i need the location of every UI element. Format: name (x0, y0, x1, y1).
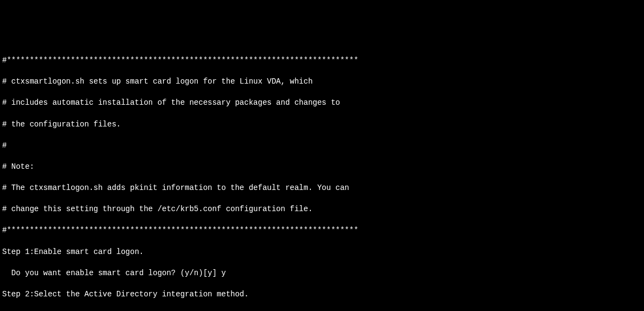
step1-prompt: Do you want enable smart card logon? (y/… (2, 268, 642, 279)
header-line-5: # Note: (2, 162, 642, 173)
terminal-output: #***************************************… (2, 45, 642, 311)
header-line-4: # (2, 141, 642, 151)
header-line-1: # ctxsmartlogon.sh sets up smart card lo… (2, 77, 642, 87)
step1-title: Step 1:Enable smart card logon. (2, 247, 642, 258)
step2-title: Step 2:Select the Active Directory integ… (2, 289, 642, 300)
header-line-6: # The ctxsmartlogon.sh adds pkinit infor… (2, 183, 642, 194)
header-border-bottom: #***************************************… (2, 225, 642, 236)
header-border-top: #***************************************… (2, 55, 642, 66)
header-line-3: # the configuration files. (2, 119, 642, 130)
header-line-7: # change this setting through the /etc/k… (2, 204, 642, 215)
header-line-2: # includes automatic installation of the… (2, 98, 642, 109)
